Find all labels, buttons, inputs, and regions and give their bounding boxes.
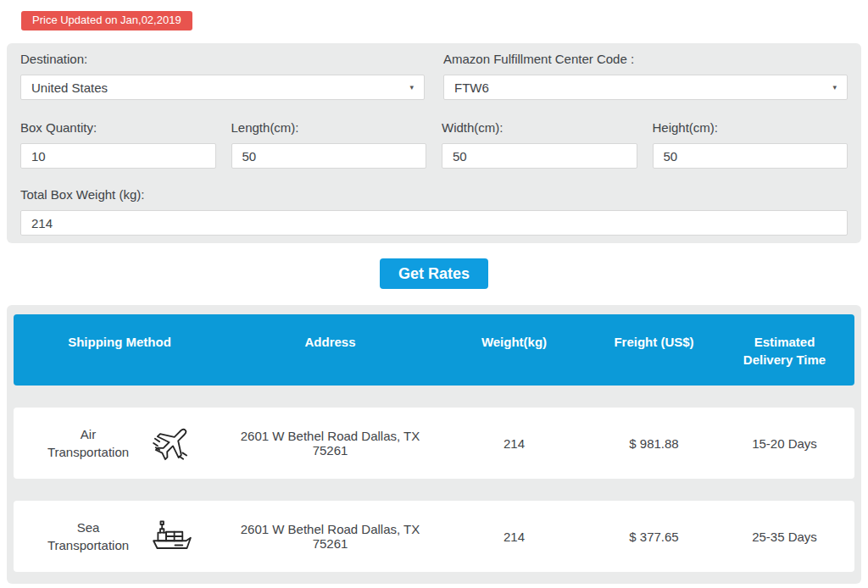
delivery-time-cell: 15-20 Days xyxy=(715,436,854,451)
shipping-method-label: Air Transportation xyxy=(43,425,133,461)
length-label: Length(cm): xyxy=(231,120,427,136)
address-cell: 2601 W Bethel Road Dallas, TX 75261 xyxy=(225,522,435,551)
weight-cell: 214 xyxy=(435,436,593,451)
shipping-form: Destination: United States ▾ Amazon Fulf… xyxy=(7,43,861,243)
weight-cell: 214 xyxy=(435,530,593,544)
box-quantity-label: Box Quantity: xyxy=(20,120,216,136)
get-rates-button[interactable]: Get Rates xyxy=(380,258,488,289)
shipping-method-cell: Sea Transportation xyxy=(14,513,225,560)
address-cell: 2601 W Bethel Road Dallas, TX 75261 xyxy=(225,429,435,458)
chevron-down-icon: ▾ xyxy=(409,83,414,92)
fulfillment-center-selected-value: FTW6 xyxy=(454,80,489,95)
chevron-down-icon: ▾ xyxy=(832,83,837,92)
fulfillment-center-field: Amazon Fulfillment Center Code : FTW6 ▾ xyxy=(443,52,848,100)
freight-cell: $ 981.88 xyxy=(593,436,715,451)
price-updated-badge: Price Updated on Jan,02,2019 xyxy=(21,11,192,31)
width-label: Width(cm): xyxy=(442,120,637,136)
length-input[interactable] xyxy=(231,143,427,169)
shipping-method-cell: Air Transportation xyxy=(14,419,225,467)
destination-label: Destination: xyxy=(20,52,425,67)
header-freight: Freight (US$) xyxy=(593,333,715,351)
box-quantity-input[interactable] xyxy=(20,143,216,169)
width-input[interactable] xyxy=(442,143,637,169)
header-weight: Weight(kg) xyxy=(435,333,593,351)
destination-field: Destination: United States ▾ xyxy=(20,52,425,100)
airplane-icon xyxy=(148,419,196,467)
height-field: Height(cm): xyxy=(653,120,849,169)
destination-select[interactable]: United States ▾ xyxy=(20,75,425,100)
total-weight-field: Total Box Weight (kg): xyxy=(20,187,848,236)
shipping-method-label: Sea Transportation xyxy=(43,519,133,554)
table-row-sea: Sea Transportation 2601 W Bethel Road Da… xyxy=(14,501,854,572)
width-field: Width(cm): xyxy=(442,120,637,169)
freight-cell: $ 377.65 xyxy=(593,530,715,544)
destination-selected-value: United States xyxy=(31,80,108,95)
table-row-air: Air Transportation 2601 W Bethel Road Da… xyxy=(14,408,854,479)
height-label: Height(cm): xyxy=(653,120,849,136)
fulfillment-center-label: Amazon Fulfillment Center Code : xyxy=(443,52,848,67)
header-shipping-method: Shipping Method xyxy=(14,333,225,351)
total-weight-label: Total Box Weight (kg): xyxy=(20,187,848,202)
rates-table-header: Shipping Method Address Weight(kg) Freig… xyxy=(14,314,854,386)
fulfillment-center-select[interactable]: FTW6 ▾ xyxy=(443,75,848,100)
height-input[interactable] xyxy=(653,143,849,169)
length-field: Length(cm): xyxy=(231,120,427,169)
header-address: Address xyxy=(225,333,435,351)
header-delivery-time: Estimated Delivery Time xyxy=(715,333,854,369)
total-weight-input[interactable] xyxy=(20,210,848,236)
ship-icon xyxy=(148,513,196,560)
box-quantity-field: Box Quantity: xyxy=(20,120,216,169)
delivery-time-cell: 25-35 Days xyxy=(715,530,854,544)
rates-table: Shipping Method Address Weight(kg) Freig… xyxy=(7,305,861,584)
